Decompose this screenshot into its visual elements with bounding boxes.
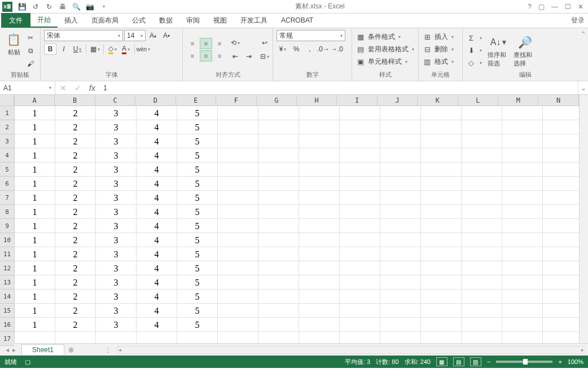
cell[interactable]: 5 bbox=[177, 233, 218, 247]
cell[interactable]: 1 bbox=[15, 134, 55, 148]
cell[interactable]: 1 bbox=[15, 148, 55, 163]
save-icon[interactable]: 💾 bbox=[16, 1, 28, 12]
column-header[interactable]: D bbox=[135, 95, 175, 106]
cell[interactable]: 5 bbox=[177, 191, 218, 205]
cell[interactable] bbox=[55, 332, 96, 343]
cell[interactable] bbox=[380, 275, 421, 290]
zoom-in-button[interactable]: + bbox=[558, 358, 561, 365]
login-link[interactable]: 登录 bbox=[571, 13, 588, 28]
cell[interactable]: 4 bbox=[137, 120, 177, 134]
cell[interactable] bbox=[502, 318, 543, 332]
cell[interactable] bbox=[258, 275, 299, 290]
cell[interactable] bbox=[380, 148, 421, 163]
cell[interactable]: 5 bbox=[177, 290, 218, 304]
underline-button[interactable]: U bbox=[71, 43, 84, 55]
cell[interactable] bbox=[258, 148, 299, 163]
cell[interactable]: 3 bbox=[96, 177, 137, 191]
format-cells-button[interactable]: ▥格式 bbox=[422, 56, 456, 67]
cell[interactable] bbox=[218, 191, 258, 205]
cell[interactable]: 3 bbox=[96, 247, 137, 261]
vertical-scrollbar[interactable] bbox=[579, 95, 588, 343]
cell[interactable] bbox=[543, 332, 579, 343]
cell[interactable] bbox=[462, 247, 502, 261]
cell[interactable]: 5 bbox=[177, 120, 218, 134]
bold-button[interactable]: B bbox=[44, 43, 56, 55]
cell[interactable]: 5 bbox=[177, 247, 218, 261]
tab-view[interactable]: 视图 bbox=[207, 13, 234, 28]
copy-button[interactable]: ⧉ bbox=[24, 45, 37, 56]
font-name-select[interactable]: 宋体▾ bbox=[44, 30, 123, 41]
cell[interactable] bbox=[380, 318, 421, 332]
cell[interactable] bbox=[299, 318, 340, 332]
cell[interactable] bbox=[137, 332, 177, 343]
cell[interactable]: 4 bbox=[137, 148, 177, 163]
quickprint-icon[interactable]: 🖶 bbox=[56, 1, 69, 12]
cell[interactable] bbox=[218, 233, 258, 247]
cut-button[interactable]: ✂ bbox=[24, 32, 37, 43]
italic-button[interactable]: I bbox=[58, 43, 70, 55]
cell[interactable]: 3 bbox=[96, 318, 137, 332]
align-bottom[interactable]: ≡ bbox=[213, 38, 226, 49]
row-header[interactable]: 9 bbox=[0, 219, 14, 233]
cell[interactable]: 3 bbox=[96, 205, 137, 219]
align-top[interactable]: ≡ bbox=[186, 38, 199, 49]
row-header[interactable]: 15 bbox=[0, 304, 14, 318]
cell[interactable]: 4 bbox=[137, 261, 177, 275]
cell[interactable]: 1 bbox=[15, 191, 55, 205]
minimize-icon[interactable]: — bbox=[551, 3, 558, 11]
column-header[interactable]: H bbox=[297, 95, 337, 106]
cell[interactable] bbox=[502, 163, 543, 177]
conditional-format-button[interactable]: ▦条件格式 bbox=[356, 31, 403, 42]
cell[interactable] bbox=[299, 275, 340, 290]
cell[interactable] bbox=[340, 290, 380, 304]
align-right[interactable]: ≡ bbox=[213, 50, 226, 62]
cell[interactable] bbox=[340, 120, 380, 134]
cell[interactable] bbox=[380, 163, 421, 177]
cell[interactable] bbox=[340, 233, 380, 247]
help-icon[interactable]: ? bbox=[528, 3, 532, 11]
cell[interactable] bbox=[258, 163, 299, 177]
fx-icon[interactable]: fx bbox=[89, 84, 95, 93]
cell[interactable] bbox=[543, 290, 579, 304]
cell[interactable] bbox=[543, 233, 579, 247]
cell[interactable] bbox=[340, 261, 380, 275]
formula-input[interactable]: 1 bbox=[100, 81, 578, 94]
cell[interactable] bbox=[299, 205, 340, 219]
cell[interactable] bbox=[380, 106, 421, 120]
cell[interactable] bbox=[218, 318, 258, 332]
cell[interactable] bbox=[543, 134, 579, 148]
cell[interactable] bbox=[421, 247, 462, 261]
cell[interactable]: 2 bbox=[55, 191, 96, 205]
cell[interactable] bbox=[502, 261, 543, 275]
cell[interactable]: 5 bbox=[177, 177, 218, 191]
view-pagelayout-button[interactable]: ▤ bbox=[453, 357, 464, 366]
view-pagebreak-button[interactable]: ▧ bbox=[470, 357, 481, 366]
cell[interactable]: 5 bbox=[177, 304, 218, 318]
cell[interactable] bbox=[380, 261, 421, 275]
cell[interactable]: 1 bbox=[15, 177, 55, 191]
cell[interactable]: 4 bbox=[137, 205, 177, 219]
name-box[interactable]: A1▾ bbox=[0, 81, 55, 94]
cell[interactable] bbox=[543, 318, 579, 332]
cell[interactable] bbox=[380, 177, 421, 191]
cell[interactable] bbox=[421, 205, 462, 219]
cell[interactable]: 1 bbox=[15, 106, 55, 120]
cell[interactable] bbox=[177, 332, 218, 343]
sheet-tab-1[interactable]: Sheet1 bbox=[21, 344, 64, 355]
font-size-select[interactable]: 14▾ bbox=[124, 30, 146, 41]
cell[interactable]: 2 bbox=[55, 247, 96, 261]
cell[interactable] bbox=[218, 247, 258, 261]
cell[interactable] bbox=[543, 148, 579, 163]
cell[interactable] bbox=[218, 332, 258, 343]
column-header[interactable]: I bbox=[337, 95, 377, 106]
cell[interactable] bbox=[380, 219, 421, 233]
tab-home[interactable]: 开始 bbox=[30, 13, 58, 28]
row-header[interactable]: 6 bbox=[0, 177, 14, 191]
column-header[interactable]: E bbox=[176, 95, 216, 106]
cell[interactable] bbox=[380, 134, 421, 148]
cell[interactable]: 1 bbox=[15, 233, 55, 247]
camera-icon[interactable]: 📷 bbox=[84, 1, 96, 12]
border-button[interactable]: ▦ bbox=[89, 43, 101, 55]
cell[interactable]: 5 bbox=[177, 261, 218, 275]
merge-button[interactable]: ⊟ bbox=[258, 51, 271, 62]
